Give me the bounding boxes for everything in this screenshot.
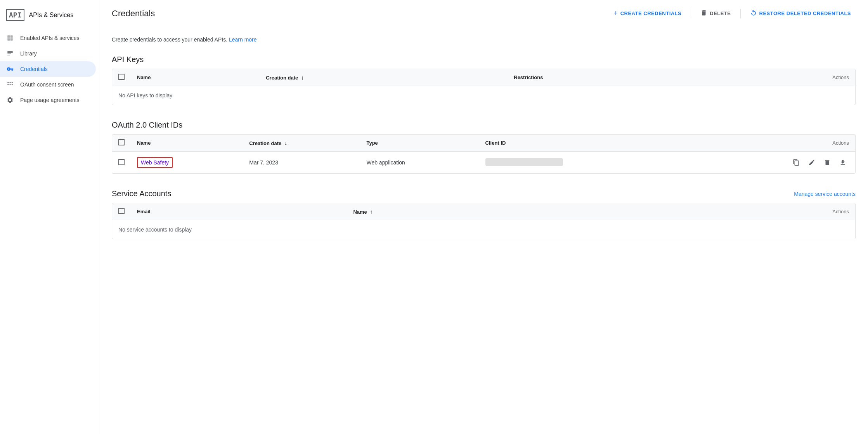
sort-desc-icon-oauth: ↓ bbox=[284, 140, 287, 146]
api-keys-creation-date-col[interactable]: Creation date ↓ bbox=[260, 69, 508, 86]
sidebar-item-library[interactable]: Library bbox=[0, 46, 96, 61]
oauth-header: OAuth 2.0 Client IDs bbox=[112, 121, 856, 130]
api-keys-select-all-checkbox[interactable] bbox=[118, 74, 125, 80]
api-keys-section: API Keys Name Creation date ↓ Re bbox=[112, 55, 856, 105]
manage-service-accounts-link[interactable]: Manage service accounts bbox=[794, 191, 856, 197]
api-keys-table: Name Creation date ↓ Restrictions Action… bbox=[112, 69, 855, 105]
sidebar: API APIs & Services Enabled APIs & servi… bbox=[0, 0, 99, 434]
oauth-table-container: Name Creation date ↓ Type Client ID Acti… bbox=[112, 134, 856, 174]
api-keys-table-container: Name Creation date ↓ Restrictions Action… bbox=[112, 69, 856, 105]
oauth-row-actions-cell bbox=[689, 152, 855, 174]
divider-1 bbox=[691, 9, 691, 18]
sidebar-item-page-usage-label: Page usage agreements bbox=[20, 97, 80, 103]
restore-icon bbox=[750, 9, 757, 17]
sidebar-item-enabled-apis[interactable]: Enabled APIs & services bbox=[0, 30, 96, 46]
sort-asc-icon: ↑ bbox=[370, 209, 372, 215]
page-title: Credentials bbox=[112, 9, 155, 19]
oauth-select-all-checkbox[interactable] bbox=[118, 139, 125, 145]
web-safety-link[interactable]: Web Safety bbox=[141, 159, 169, 166]
api-keys-restrictions-col: Restrictions bbox=[508, 69, 712, 86]
oauth-row-action-icons bbox=[695, 156, 849, 169]
restore-credentials-label: RESTORE DELETED CREDENTIALS bbox=[759, 10, 851, 16]
restore-credentials-button[interactable]: RESTORE DELETED CREDENTIALS bbox=[745, 6, 856, 21]
svg-rect-6 bbox=[7, 54, 11, 54]
sidebar-item-enabled-apis-label: Enabled APIs & services bbox=[20, 35, 80, 41]
service-accounts-empty-message: No service accounts to display bbox=[112, 220, 855, 239]
sidebar-item-credentials[interactable]: Credentials bbox=[0, 61, 96, 77]
sidebar-item-page-usage[interactable]: Page usage agreements bbox=[0, 92, 96, 108]
service-accounts-select-all-checkbox[interactable] bbox=[118, 208, 125, 214]
sidebar-item-library-label: Library bbox=[20, 50, 37, 57]
trash-icon bbox=[700, 9, 707, 17]
settings-icon bbox=[6, 96, 14, 104]
main-header: Credentials + CREATE CREDENTIALS DELETE bbox=[99, 0, 868, 27]
oauth-table: Name Creation date ↓ Type Client ID Acti… bbox=[112, 135, 855, 173]
service-accounts-table-container: Email Name ↑ Actions No service accounts… bbox=[112, 203, 856, 239]
web-safety-highlighted: Web Safety bbox=[137, 157, 173, 168]
learn-more-link[interactable]: Learn more bbox=[229, 36, 257, 43]
create-credentials-label: CREATE CREDENTIALS bbox=[620, 10, 682, 16]
svg-point-9 bbox=[10, 82, 11, 83]
api-keys-title: API Keys bbox=[112, 55, 144, 64]
svg-rect-7 bbox=[7, 55, 10, 55]
svg-point-12 bbox=[12, 82, 13, 83]
api-keys-actions-col: Actions bbox=[712, 69, 855, 86]
svg-rect-0 bbox=[7, 35, 10, 38]
service-accounts-title: Service Accounts bbox=[112, 189, 171, 198]
service-accounts-checkbox-header bbox=[112, 203, 131, 220]
api-keys-header: API Keys bbox=[112, 55, 856, 64]
oauth-checkbox-header bbox=[112, 135, 131, 152]
delete-button[interactable]: DELETE bbox=[696, 6, 735, 21]
oauth-name-col: Name bbox=[131, 135, 243, 152]
library-icon bbox=[6, 50, 14, 57]
svg-rect-3 bbox=[10, 38, 13, 40]
info-text-main: Create credentials to access your enable… bbox=[112, 36, 227, 43]
oauth-row-name-cell: Web Safety bbox=[131, 152, 243, 174]
service-accounts-actions-col: Actions bbox=[613, 203, 855, 220]
oauth-row-checkbox[interactable] bbox=[118, 159, 125, 165]
svg-rect-2 bbox=[7, 38, 10, 40]
copy-icon[interactable] bbox=[790, 156, 802, 169]
oauth-row-creation-date-cell: Mar 7, 2023 bbox=[243, 152, 360, 174]
create-credentials-button[interactable]: + CREATE CREDENTIALS bbox=[609, 6, 686, 21]
oauth-creation-date-col[interactable]: Creation date ↓ bbox=[243, 135, 360, 152]
sidebar-item-oauth-consent[interactable]: OAuth consent screen bbox=[0, 77, 96, 92]
service-accounts-header: Service Accounts Manage service accounts bbox=[112, 189, 856, 198]
oauth-row-type-cell: Web application bbox=[360, 152, 479, 174]
api-keys-checkbox-header bbox=[112, 69, 131, 86]
service-accounts-email-col: Email bbox=[131, 203, 347, 220]
delete-label: DELETE bbox=[710, 10, 731, 16]
oauth-title: OAuth 2.0 Client IDs bbox=[112, 121, 182, 130]
header-actions: + CREATE CREDENTIALS DELETE bbox=[609, 6, 856, 21]
sidebar-item-credentials-label: Credentials bbox=[20, 66, 48, 72]
sidebar-item-oauth-consent-label: OAuth consent screen bbox=[20, 81, 74, 88]
main-content: Credentials + CREATE CREDENTIALS DELETE bbox=[99, 0, 868, 434]
oauth-row-client-id-cell bbox=[479, 152, 689, 174]
svg-point-10 bbox=[7, 84, 9, 85]
info-text: Create credentials to access your enable… bbox=[112, 36, 856, 43]
api-logo: API bbox=[6, 9, 24, 21]
api-keys-name-col: Name bbox=[131, 69, 260, 86]
key-icon bbox=[6, 65, 14, 73]
service-accounts-section: Service Accounts Manage service accounts… bbox=[112, 189, 856, 239]
oauth-client-id-col: Client ID bbox=[479, 135, 689, 152]
sidebar-nav: Enabled APIs & services Library Credenti… bbox=[0, 30, 99, 108]
edit-icon[interactable] bbox=[806, 156, 818, 169]
api-keys-empty-message: No API keys to display bbox=[112, 86, 855, 105]
download-icon[interactable] bbox=[837, 156, 849, 169]
service-accounts-name-col[interactable]: Name ↑ bbox=[347, 203, 613, 220]
service-accounts-empty-row: No service accounts to display bbox=[112, 220, 855, 239]
delete-row-icon[interactable] bbox=[821, 156, 833, 169]
svg-point-8 bbox=[7, 82, 9, 83]
service-accounts-table: Email Name ↑ Actions No service accounts… bbox=[112, 203, 855, 239]
plus-icon: + bbox=[614, 9, 618, 17]
oauth-header-row: Name Creation date ↓ Type Client ID Acti… bbox=[112, 135, 855, 152]
sidebar-title: APIs & Services bbox=[29, 12, 74, 19]
client-id-blurred bbox=[485, 158, 563, 166]
oauth-section: OAuth 2.0 Client IDs Name Creation date … bbox=[112, 121, 856, 174]
sort-desc-icon: ↓ bbox=[301, 74, 304, 81]
service-accounts-header-row: Email Name ↑ Actions bbox=[112, 203, 855, 220]
content-area: Create credentials to access your enable… bbox=[99, 27, 868, 264]
oauth-row-checkbox-cell bbox=[112, 152, 131, 174]
divider-2 bbox=[740, 9, 741, 18]
